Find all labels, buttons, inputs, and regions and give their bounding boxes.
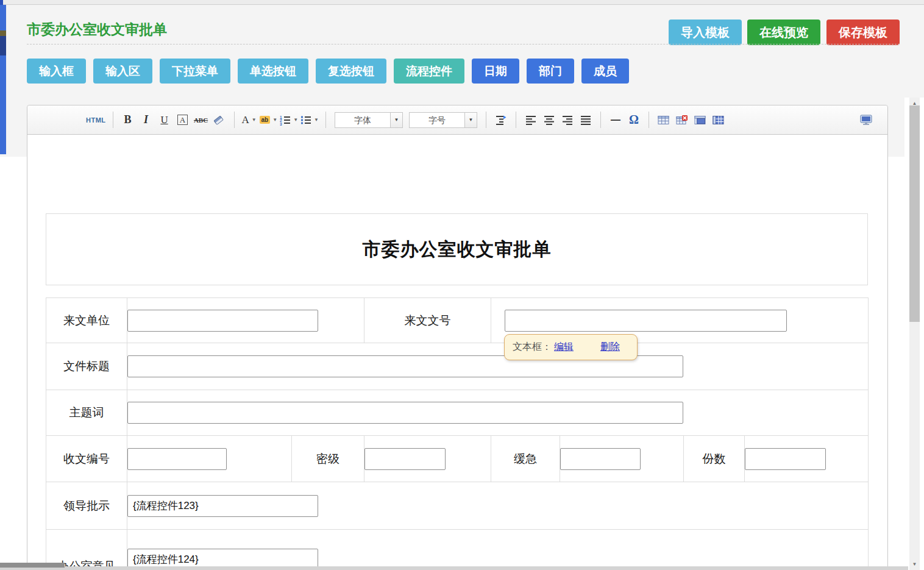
form-designer-page: 市委办公室收文审批单 导入模板 在线预览 保存模板 输入框 输入区 下拉菜单 单… [0, 0, 924, 570]
editor-toolbar: HTML B I U A ABC A▼ ab▼ 123 ▼ ▼ 字体 [27, 105, 887, 135]
chevron-down-icon[interactable]: ▼ [464, 113, 477, 127]
background-window-edge [0, 5, 6, 154]
widget-input-box-button[interactable]: 输入框 [27, 59, 86, 84]
online-preview-button[interactable]: 在线预览 [747, 20, 820, 45]
rich-text-editor: HTML B I U A ABC A▼ ab▼ 123 ▼ ▼ 字体 [27, 105, 888, 570]
save-template-button[interactable]: 保存模板 [826, 20, 900, 45]
bold-button[interactable]: B [120, 110, 136, 130]
background-window-mark [0, 30, 6, 36]
copies-input[interactable] [745, 448, 826, 470]
vertical-scrollbar[interactable]: ▲ ▼ [909, 98, 920, 570]
table-row: 收文编号 密级 缓急 份数 [46, 436, 869, 482]
leader-note-label: 领导批示 [46, 482, 127, 530]
form-title: 市委办公室收文审批单 [363, 237, 552, 262]
secrecy-label: 密级 [292, 436, 364, 482]
widget-date-button[interactable]: 日期 [472, 59, 519, 84]
tooltip-edit-link[interactable]: 编辑 [554, 341, 574, 354]
scroll-down-arrow-icon[interactable]: ▼ [909, 560, 920, 569]
table-row: 文件标题 [46, 343, 869, 390]
background-window-mark [0, 36, 6, 55]
copies-label: 份数 [684, 436, 745, 482]
chevron-down-icon[interactable]: ▼ [293, 117, 298, 123]
source-unit-input[interactable] [127, 310, 318, 332]
table-row: 来文单位 来文文号 [46, 298, 869, 343]
window-bottom-edge [0, 566, 908, 570]
widget-input-area-button[interactable]: 输入区 [93, 59, 152, 84]
table-row: 领导批示 [46, 482, 869, 530]
toolbar-separator [113, 112, 113, 128]
widget-department-button[interactable]: 部门 [527, 59, 574, 84]
window-top-edge [0, 0, 924, 5]
align-left-button[interactable] [523, 110, 539, 130]
table-row: 主题词 [46, 390, 869, 436]
strikethrough-button[interactable]: ABC [193, 110, 209, 130]
widget-checkbox-button[interactable]: 复选按钮 [316, 59, 386, 84]
align-justify-button[interactable] [578, 110, 594, 130]
underline-button[interactable]: U [157, 110, 172, 130]
widget-dropdown-button[interactable]: 下拉菜单 [160, 59, 230, 84]
background-window-corner [0, 0, 3, 5]
indent-button[interactable] [493, 110, 509, 130]
widget-radio-button[interactable]: 单选按钮 [238, 59, 308, 84]
font-color-button[interactable]: A▼ [241, 110, 257, 130]
window-bottom-dark-edge [0, 563, 65, 568]
toolbar-separator [649, 112, 649, 128]
tooltip-widget-type-label: 文本框： [513, 341, 552, 354]
toolbar-separator [600, 112, 601, 128]
toolbar-separator [516, 112, 516, 128]
html-source-button[interactable]: HTML [86, 110, 106, 130]
remove-format-eraser-icon[interactable] [211, 110, 227, 130]
editor-canvas[interactable]: 市委办公室收文审批单 来文单位 来文文号 文件标题 主 [27, 135, 887, 570]
align-center-button[interactable] [541, 110, 557, 130]
cell-properties-button[interactable] [692, 110, 708, 130]
form-title-cell: 市委办公室收文审批单 [46, 213, 868, 285]
widget-action-tooltip: 文本框： 编辑 删除 [504, 334, 638, 360]
receipt-no-label: 收文编号 [46, 436, 127, 482]
chevron-down-icon[interactable]: ▼ [314, 117, 319, 123]
numbered-list-button[interactable]: 123 ▼ [280, 110, 298, 130]
widget-flow-control-button[interactable]: 流程控件 [394, 59, 464, 84]
keywords-label: 主题词 [46, 390, 127, 436]
insert-table-button[interactable] [656, 110, 672, 130]
secrecy-input[interactable] [364, 448, 446, 470]
table-row: 办公室意见 {流程控件124} [46, 530, 869, 570]
scrollbar-thumb[interactable] [909, 105, 920, 322]
toolbar-separator [486, 112, 486, 128]
scrollbar-column: ▲ ▼ [904, 98, 924, 570]
fullscreen-monitor-button[interactable] [858, 110, 874, 130]
doc-number-label: 来文文号 [364, 298, 491, 343]
widget-toolbar: 输入框 输入区 下拉菜单 单选按钮 复选按钮 流程控件 日期 部门 成员 [27, 59, 636, 84]
table-properties-button[interactable] [711, 110, 727, 130]
special-character-button[interactable]: Ω [626, 110, 642, 130]
chevron-down-icon[interactable]: ▼ [390, 113, 402, 127]
chevron-down-icon[interactable]: ▼ [272, 117, 277, 123]
doc-number-input[interactable] [505, 310, 787, 332]
dashed-divider [27, 44, 900, 45]
delete-table-button[interactable] [674, 110, 690, 130]
toolbar-separator [234, 112, 235, 128]
doc-title-label: 文件标题 [46, 343, 127, 390]
widget-member-button[interactable]: 成员 [581, 59, 629, 84]
font-size-select[interactable]: 字号 ▼ [409, 112, 477, 128]
receipt-no-input[interactable] [127, 448, 227, 470]
horizontal-rule-button[interactable]: — [608, 110, 624, 130]
font-family-select[interactable]: 字体 ▼ [335, 112, 403, 128]
keywords-input[interactable] [127, 402, 683, 424]
align-right-button[interactable] [560, 110, 575, 130]
approval-form-table: 来文单位 来文文号 文件标题 主题词 收文编号 密级 [46, 297, 869, 570]
urgency-input[interactable] [560, 448, 641, 470]
tooltip-delete-link[interactable]: 删除 [600, 341, 620, 354]
toolbar-separator [325, 112, 326, 128]
leader-note-input[interactable] [127, 495, 318, 517]
urgency-label: 缓急 [491, 436, 560, 482]
bullet-list-button[interactable]: ▼ [300, 110, 319, 130]
import-template-button[interactable]: 导入模板 [669, 20, 742, 45]
chevron-down-icon[interactable]: ▼ [252, 117, 257, 123]
italic-button[interactable]: I [138, 110, 154, 130]
page-title: 市委办公室收文审批单 [27, 20, 167, 39]
source-unit-label: 来文单位 [46, 298, 127, 343]
svg-text:3: 3 [280, 121, 282, 126]
highlight-color-button[interactable]: ab▼ [260, 110, 278, 130]
font-style-box-button[interactable]: A [177, 115, 188, 125]
